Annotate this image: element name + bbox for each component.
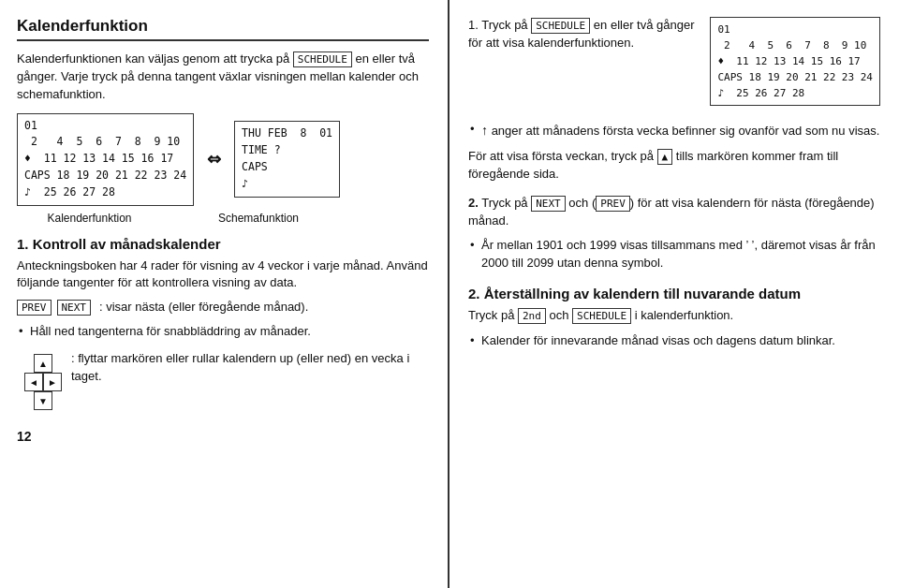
section1-para: Anteckningsboken har 4 rader för visning… [17, 257, 429, 293]
right-calendar-display: 01 2 4 5 6 7 8 9 10 ♦ 11 12 13 14 15 16 … [710, 17, 880, 106]
down-arrow-btn[interactable]: ▼ [34, 391, 52, 410]
next-key[interactable]: NEXT [57, 300, 92, 316]
left-arrow-btn[interactable]: ◄ [24, 373, 43, 391]
section2-bullet: Kalender för innevarande månad visas och… [468, 332, 880, 350]
calendar-display: 01 2 4 5 6 7 8 9 10 ♦ 11 12 13 14 15 16 … [17, 113, 194, 206]
right-schedule-key: SCHEDULE [531, 18, 590, 34]
swap-arrow: ⇔ [207, 149, 221, 169]
bullet-list-left: Håll ned tangenterna för snabbläddring a… [17, 323, 429, 341]
right-bullet-list-2: År mellan 1901 och 1999 visas tillsamman… [468, 237, 880, 272]
item2-para: 2. Tryck på NEXT och (PREV) för att visa… [468, 195, 880, 230]
display-row: 01 2 4 5 6 7 8 9 10 ♦ 11 12 13 14 15 16 … [17, 113, 429, 206]
arrow-pad: ▲ ◄ ► ▼ [24, 354, 62, 410]
page-number: 12 [17, 429, 429, 444]
section2-title: 2. Återställning av kalendern till nuvar… [468, 286, 880, 301]
2nd-key: 2nd [518, 308, 546, 324]
arrow-keys-text: : flyttar markören eller rullar kalender… [71, 350, 429, 386]
right-intro-section: 01 2 4 5 6 7 8 9 10 ♦ 11 12 13 14 15 16 … [468, 17, 880, 110]
bullet-item-1: Håll ned tangenterna för snabbläddring a… [17, 323, 429, 341]
intro-paragraph: Kalenderfunktionen kan väljas genom att … [17, 51, 429, 104]
display-labels: Kalenderfunktion Schemafunktion [17, 212, 429, 225]
right-next-key[interactable]: NEXT [531, 196, 566, 212]
right-prev-key[interactable]: PREV [596, 196, 630, 212]
schema-function-label: Schemafunktion [207, 212, 310, 225]
right-column: 01 2 4 5 6 7 8 9 10 ♦ 11 12 13 14 15 16 … [450, 0, 899, 588]
section2-para: Tryck på 2nd och SCHEDULE i kalenderfunk… [468, 307, 880, 325]
section2-schedule-key: SCHEDULE [572, 308, 631, 324]
prev-key[interactable]: PREV [17, 300, 52, 316]
arrow-pad-section: ▲ ◄ ► ▼ : flyttar markören eller rullar … [17, 348, 429, 410]
up-arrow-btn[interactable]: ▲ [34, 354, 52, 373]
up-arrow-symbol: ↑ [481, 123, 488, 138]
right-arrow-btn[interactable]: ► [43, 373, 62, 391]
bullet2-para: För att visa första veckan, tryck på ▲ t… [468, 148, 880, 184]
schema-display: THU FEB 8 01 TIME ? CAPS ♪ [234, 121, 340, 197]
left-column: Kalenderfunktion Kalenderfunktionen kan … [0, 0, 450, 588]
up-key: ▲ [657, 149, 673, 165]
schedule-key-inline: SCHEDULE [293, 51, 352, 67]
page-title: Kalenderfunktion [17, 17, 429, 41]
right-bullet-1: ↑ anger att månadens första vecka befinn… [468, 121, 880, 140]
right-bullet-3: År mellan 1901 och 1999 visas tillsamman… [468, 237, 880, 272]
right-bullet-list-3: Kalender för innevarande månad visas och… [468, 332, 880, 350]
section1-title: 1. Kontroll av månadskalender [17, 236, 429, 252]
prev-next-row: PREV NEXT : visar nästa (eller föregåend… [17, 300, 429, 316]
right-bullet-list: ↑ anger att månadens första vecka befinn… [468, 121, 880, 140]
cal-function-label: Kalenderfunktion [17, 212, 162, 225]
